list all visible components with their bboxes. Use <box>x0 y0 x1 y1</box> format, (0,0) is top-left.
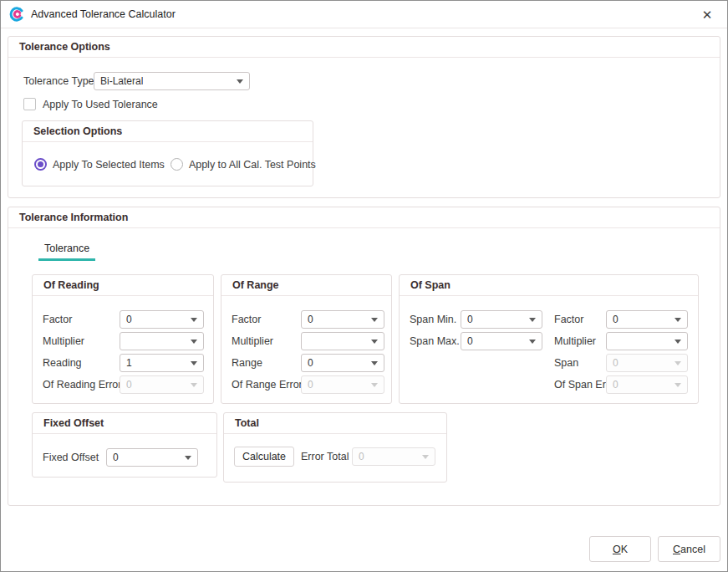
error-total-label: Error Total <box>301 451 349 462</box>
fixed-offset-row: Fixed Offset 0 <box>33 448 216 467</box>
of-span-title: Of Span <box>400 275 698 296</box>
of-range-factor-label: Factor <box>232 314 261 325</box>
apply-to-used-tolerance-checkbox[interactable] <box>23 98 36 110</box>
fixed-offset-value: 0 <box>113 452 119 463</box>
fixed-offset-title: Fixed Offset <box>33 413 216 434</box>
ok-button-rest: K <box>621 544 628 555</box>
tolerance-information-group: Tolerance Information Tolerance Of Readi… <box>8 207 720 506</box>
of-reading-reading-select[interactable]: 1 <box>120 354 204 372</box>
of-span-multiplier-label: Multiplier <box>554 335 596 347</box>
of-span-row-2: Span Max. 0 Multiplier <box>400 332 698 350</box>
tab-tolerance[interactable]: Tolerance <box>38 243 95 261</box>
of-range-error-select: 0 <box>301 375 384 394</box>
chevron-down-icon <box>191 340 197 344</box>
chevron-down-icon <box>675 383 681 387</box>
of-span-factor-select[interactable]: 0 <box>606 310 688 329</box>
chevron-down-icon <box>237 79 243 84</box>
of-range-title: Of Range <box>221 275 391 296</box>
app-logo-icon <box>9 7 24 22</box>
of-reading-error-select: 0 <box>120 375 204 394</box>
chevron-down-icon <box>675 318 681 322</box>
tolerance-type-row: Tolerance Type: Bi-Lateral <box>8 72 720 90</box>
span-min-select[interactable]: 0 <box>461 310 542 329</box>
of-range-multiplier-label: Multiplier <box>232 335 273 347</box>
of-reading-multiplier-row: Multiplier <box>33 332 213 350</box>
chevron-down-icon <box>675 340 681 344</box>
fixed-offset-select[interactable]: 0 <box>106 448 198 467</box>
apply-to-used-tolerance-option[interactable]: Apply To Used Tolerance <box>23 98 158 110</box>
error-total-select: 0 <box>352 447 435 466</box>
apply-to-selected-items-label: Apply To Selected Items <box>53 159 165 171</box>
of-span-factor-label: Factor <box>554 314 583 325</box>
of-range-group: Of Range Factor 0 Multiplier Range 0 <box>221 274 392 404</box>
title-bar: Advanced Tolerance Calculator ✕ <box>1 1 727 28</box>
tolerance-options-title: Tolerance Options <box>8 37 720 58</box>
apply-to-selected-items-radio[interactable] <box>34 158 47 171</box>
of-range-multiplier-select[interactable] <box>301 332 384 350</box>
of-reading-reading-label: Reading <box>43 357 82 369</box>
chevron-down-icon <box>191 383 197 387</box>
chevron-down-icon <box>191 361 197 365</box>
of-reading-multiplier-select[interactable] <box>120 332 204 350</box>
of-range-range-value: 0 <box>308 357 313 369</box>
of-reading-error-row: Of Reading Error 0 <box>33 375 213 394</box>
tolerance-information-title: Tolerance Information <box>8 207 720 228</box>
selection-options-group: Selection Options Apply To Selected Item… <box>22 120 313 186</box>
cancel-button[interactable]: Cancel <box>658 536 720 562</box>
span-min-value: 0 <box>467 314 473 325</box>
of-range-range-select[interactable]: 0 <box>301 354 384 372</box>
selection-options-radio-row: Apply To Selected Items Apply to All Cal… <box>34 158 316 171</box>
window-title: Advanced Tolerance Calculator <box>31 8 176 20</box>
of-reading-factor-value: 0 <box>126 314 132 325</box>
of-range-factor-row: Factor 0 <box>221 310 391 329</box>
calculate-button[interactable]: Calculate <box>234 447 294 467</box>
total-title: Total <box>224 413 446 434</box>
of-reading-error-value: 0 <box>126 379 132 391</box>
chevron-down-icon <box>371 383 378 387</box>
of-reading-reading-value: 1 <box>126 357 132 369</box>
of-reading-multiplier-label: Multiplier <box>43 335 84 347</box>
of-range-error-value: 0 <box>308 379 313 391</box>
of-span-multiplier-select[interactable] <box>606 332 688 350</box>
of-span-group: Of Span Span Min. 0 Factor 0 Span Max. 0 <box>399 274 699 404</box>
span-label: Span <box>554 357 578 369</box>
span-max-label: Span Max. <box>410 335 460 347</box>
of-span-row-1: Span Min. 0 Factor 0 <box>400 310 698 329</box>
chevron-down-icon <box>371 340 378 344</box>
of-reading-error-label: Of Reading Error <box>43 379 121 391</box>
tolerance-type-value: Bi-Lateral <box>100 75 143 87</box>
of-reading-reading-row: Reading 1 <box>33 354 213 372</box>
chevron-down-icon <box>529 340 536 344</box>
span-select: 0 <box>606 354 688 372</box>
chevron-down-icon <box>675 361 681 365</box>
ok-button[interactable]: OK <box>589 536 651 562</box>
tolerance-type-label: Tolerance Type: <box>23 75 97 87</box>
cancel-button-accel: C <box>673 544 680 555</box>
of-reading-factor-select[interactable]: 0 <box>120 310 204 329</box>
tolerance-type-select[interactable]: Bi-Lateral <box>94 72 250 90</box>
of-span-error-value: 0 <box>613 379 619 391</box>
chevron-down-icon <box>371 361 378 365</box>
of-reading-title: Of Reading <box>33 275 213 296</box>
ok-button-accel: O <box>613 544 621 555</box>
chevron-down-icon <box>529 318 536 322</box>
span-max-value: 0 <box>467 335 473 347</box>
of-range-multiplier-row: Multiplier <box>221 332 391 350</box>
apply-to-used-tolerance-label: Apply To Used Tolerance <box>43 99 158 110</box>
of-range-error-row: Of Range Error 0 <box>221 375 391 394</box>
of-range-factor-value: 0 <box>308 314 313 325</box>
of-range-factor-select[interactable]: 0 <box>301 310 384 329</box>
apply-to-all-cal-test-points-radio[interactable] <box>171 158 183 171</box>
selection-options-title: Selection Options <box>23 121 313 142</box>
of-span-error-select: 0 <box>606 375 688 394</box>
error-total-value: 0 <box>359 451 364 462</box>
span-max-select[interactable]: 0 <box>461 332 542 350</box>
close-icon[interactable]: ✕ <box>697 1 717 28</box>
total-group: Total Calculate Error Total 0 <box>223 412 447 483</box>
of-range-range-label: Range <box>232 357 262 369</box>
of-reading-factor-row: Factor 0 <box>33 310 213 329</box>
of-reading-group: Of Reading Factor 0 Multiplier Reading 1 <box>32 274 214 404</box>
chevron-down-icon <box>191 318 197 322</box>
cancel-button-rest: ancel <box>680 544 705 555</box>
chevron-down-icon <box>371 318 378 322</box>
